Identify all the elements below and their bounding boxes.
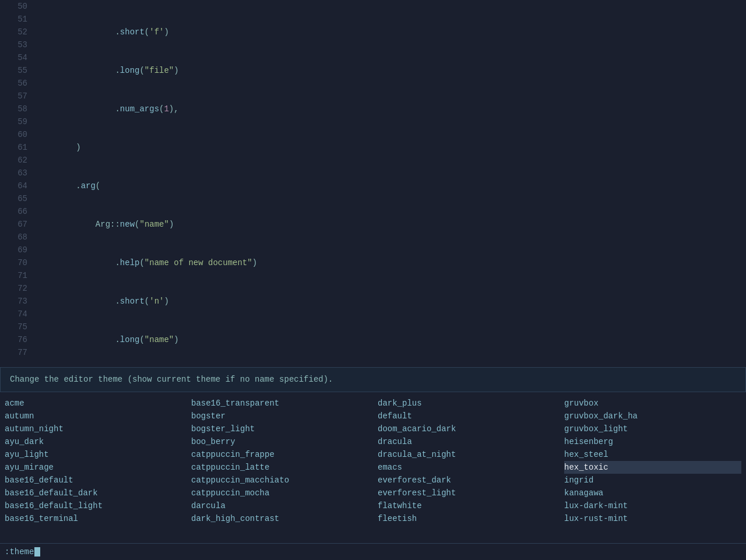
theme-item[interactable]: base16_default_dark <box>5 487 182 499</box>
code-content: .short('f') .long("file") .num_args(1), … <box>32 0 746 367</box>
theme-item[interactable]: doom_acario_dark <box>378 422 555 435</box>
theme-item[interactable]: hex_steel <box>564 448 741 461</box>
theme-item[interactable]: flatwhite <box>378 499 555 512</box>
theme-list: acme autumn autumn_night ayu_dark ayu_li… <box>0 392 746 560</box>
theme-item[interactable]: emacs <box>378 461 555 474</box>
theme-item[interactable]: catppuccin_macchiato <box>191 474 368 487</box>
tooltip-bar: Change the editor theme (show current th… <box>0 367 746 392</box>
theme-col-2: base16_transparent bogster bogster_light… <box>186 397 373 555</box>
theme-item[interactable]: fleetish <box>378 512 555 525</box>
theme-item[interactable]: ayu_light <box>5 448 182 461</box>
theme-item[interactable]: lux-rust-mint <box>564 512 741 525</box>
theme-item[interactable]: default <box>378 410 555 422</box>
code-line: .long("name") <box>37 333 741 346</box>
theme-item[interactable]: boo_berry <box>191 435 368 448</box>
theme-item[interactable]: ayu_mirage <box>5 461 182 474</box>
line-numbers: 50 51 52 53 54 55 56 57 58 59 60 61 62 6… <box>0 0 32 367</box>
code-line: .arg( <box>37 179 741 192</box>
code-line: .num_args(1), <box>37 103 741 115</box>
code-line: Arg::new("name") <box>37 218 741 231</box>
theme-item-hex-toxic[interactable]: hex_toxic <box>564 461 741 474</box>
code-line: .short('f') <box>37 26 741 38</box>
theme-item[interactable]: gruvbox <box>564 397 741 410</box>
theme-item[interactable]: everforest_light <box>378 487 555 499</box>
theme-col-1: acme autumn autumn_night ayu_dark ayu_li… <box>0 397 186 555</box>
code-line: .short('n') <box>37 295 741 308</box>
theme-item[interactable]: catppuccin_mocha <box>191 487 368 499</box>
theme-item[interactable]: gruvbox_light <box>564 422 741 435</box>
theme-item[interactable]: gruvbox_dark_ha <box>564 410 741 422</box>
cursor <box>34 547 40 557</box>
theme-item[interactable]: autumn_night <box>5 422 182 435</box>
tooltip-text: Change the editor theme (show current th… <box>10 375 333 384</box>
code-line: .help("name of new document") <box>37 256 741 269</box>
theme-item[interactable]: dracula_at_night <box>378 448 555 461</box>
theme-item[interactable]: bogster <box>191 410 368 422</box>
main-container: 50 51 52 53 54 55 56 57 58 59 60 61 62 6… <box>0 0 746 560</box>
theme-item[interactable]: base16_default <box>5 474 182 487</box>
code-line: .long("file") <box>37 64 741 77</box>
theme-col-3: dark_plus default doom_acario_dark dracu… <box>373 397 560 555</box>
theme-item[interactable]: catppuccin_latte <box>191 461 368 474</box>
code-line: ) <box>37 141 741 154</box>
theme-item[interactable]: ayu_dark <box>5 435 182 448</box>
theme-col-4: gruvbox gruvbox_dark_ha gruvbox_light he… <box>560 397 746 555</box>
theme-item[interactable]: autumn <box>5 410 182 422</box>
theme-item[interactable]: acme <box>5 397 182 410</box>
theme-item[interactable]: base16_terminal <box>5 512 182 525</box>
theme-item[interactable]: kanagawa <box>564 487 741 499</box>
theme-item[interactable]: darcula <box>191 499 368 512</box>
code-editor: 50 51 52 53 54 55 56 57 58 59 60 61 62 6… <box>0 0 746 367</box>
theme-item[interactable]: heisenberg <box>564 435 741 448</box>
theme-item[interactable]: dracula <box>378 435 555 448</box>
theme-item[interactable]: base16_transparent <box>191 397 368 410</box>
theme-item[interactable]: catppuccin_frappe <box>191 448 368 461</box>
theme-item[interactable]: dark_plus <box>378 397 555 410</box>
theme-item[interactable]: dark_high_contrast <box>191 512 368 525</box>
theme-item[interactable]: base16_default_light <box>5 499 182 512</box>
theme-item[interactable]: everforest_dark <box>378 474 555 487</box>
theme-item[interactable]: lux-dark-mint <box>564 499 741 512</box>
command-prompt[interactable]: :theme <box>5 547 34 557</box>
theme-item[interactable]: ingrid <box>564 474 741 487</box>
theme-item[interactable]: bogster_light <box>191 422 368 435</box>
command-bar: :theme <box>0 543 746 560</box>
